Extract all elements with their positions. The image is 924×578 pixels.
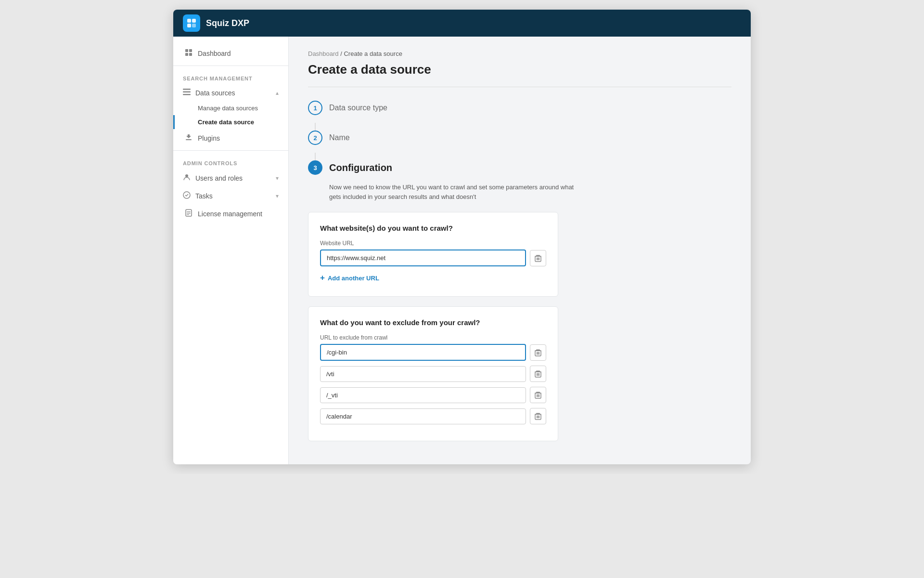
step-2: 2 Name — [308, 131, 732, 145]
step-1: 1 Data source type — [308, 101, 732, 115]
tasks-label: Tasks — [195, 192, 213, 200]
svg-rect-19 — [537, 257, 538, 260]
manage-data-sources-label: Manage data sources — [198, 105, 258, 112]
step-1-circle: 1 — [308, 101, 322, 115]
exclude-url-input-3[interactable] — [320, 408, 526, 424]
sidebar-item-license[interactable]: License management — [173, 205, 288, 223]
exclude-card-title: What do you want to exclude from your cr… — [320, 318, 546, 327]
step-connector-2 — [315, 153, 316, 160]
exclude-url-delete-button-3[interactable] — [530, 408, 546, 424]
trash-icon-3 — [535, 412, 541, 420]
step-3-label: Configuration — [329, 162, 392, 173]
trash-icon — [535, 254, 541, 262]
step-2-label: Name — [329, 133, 350, 142]
svg-rect-4 — [185, 49, 188, 52]
svg-rect-37 — [537, 394, 538, 397]
step-2-circle: 2 — [308, 131, 322, 145]
svg-rect-46 — [536, 413, 540, 414]
svg-rect-8 — [183, 89, 191, 90]
svg-rect-41 — [535, 393, 541, 394]
step-connector-1 — [315, 123, 316, 131]
sidebar-item-data-sources[interactable]: Data sources ▴ — [173, 84, 288, 101]
svg-rect-9 — [183, 92, 191, 93]
sidebar: Dashboard SEARCH MANAGEMENT Data sources — [173, 37, 289, 464]
tasks-chevron-icon: ▾ — [276, 193, 279, 199]
svg-rect-33 — [539, 373, 540, 376]
sidebar-item-dashboard[interactable]: Dashboard — [173, 44, 288, 63]
exclude-card: What do you want to exclude from your cr… — [308, 306, 558, 441]
step-3: 3 Configuration — [308, 160, 732, 175]
sidebar-divider — [173, 66, 288, 66]
svg-rect-29 — [535, 350, 541, 351]
svg-rect-3 — [192, 24, 196, 27]
svg-rect-43 — [537, 416, 538, 419]
svg-rect-16 — [187, 213, 191, 213]
exclude-url-input-0[interactable] — [320, 344, 526, 361]
section-label-admin: ADMIN CONTROLS — [173, 154, 288, 169]
data-sources-label: Data sources — [195, 89, 235, 97]
svg-rect-6 — [185, 53, 188, 56]
trash-icon-0 — [535, 349, 541, 356]
app-window: Squiz DXP Dashboard SEARCH MANAGEMENT — [173, 10, 751, 464]
sidebar-sub-item-manage[interactable]: Manage data sources — [173, 101, 288, 115]
svg-rect-27 — [539, 352, 540, 355]
exclude-url-delete-button-2[interactable] — [530, 387, 546, 403]
svg-rect-47 — [535, 414, 541, 415]
svg-rect-40 — [536, 392, 540, 393]
svg-rect-26 — [538, 352, 539, 355]
add-another-url-button[interactable]: + Add another URL — [320, 271, 379, 285]
main-layout: Dashboard SEARCH MANAGEMENT Data sources — [173, 37, 751, 464]
breadcrumb-current: Create a data source — [344, 50, 402, 57]
exclude-url-input-2[interactable] — [320, 387, 526, 403]
main-content: Dashboard / Create a data source Create … — [289, 37, 751, 464]
exclude-url-row-3 — [320, 408, 546, 424]
page-title: Create a data source — [308, 62, 732, 77]
website-card: What website(s) do you want to crawl? We… — [308, 212, 558, 297]
users-roles-icon — [183, 173, 191, 183]
svg-rect-5 — [189, 49, 192, 52]
data-sources-icon — [183, 89, 191, 97]
app-title: Squiz DXP — [206, 18, 249, 28]
dashboard-icon — [184, 49, 193, 58]
sidebar-item-users-roles[interactable]: Users and roles ▾ — [173, 169, 288, 187]
app-logo — [183, 14, 200, 32]
create-data-source-label: Create data source — [198, 118, 254, 126]
section-label-search: SEARCH MANAGEMENT — [173, 69, 288, 84]
trash-icon-2 — [535, 391, 541, 399]
svg-rect-2 — [187, 24, 191, 27]
svg-rect-22 — [536, 255, 540, 256]
website-url-input[interactable] — [320, 250, 526, 266]
svg-point-12 — [185, 174, 188, 177]
tasks-icon — [183, 191, 191, 200]
plugins-label: Plugins — [198, 134, 220, 142]
trash-icon-1 — [535, 370, 541, 378]
breadcrumb-dashboard[interactable]: Dashboard — [308, 50, 339, 57]
svg-rect-35 — [535, 372, 541, 372]
svg-rect-25 — [537, 352, 538, 355]
website-url-delete-button[interactable] — [530, 250, 546, 266]
svg-rect-11 — [186, 139, 192, 140]
sidebar-item-tasks[interactable]: Tasks ▾ — [173, 187, 288, 205]
add-url-label: Add another URL — [328, 275, 379, 282]
exclude-url-input-1[interactable] — [320, 366, 526, 382]
plugins-icon — [184, 133, 193, 143]
breadcrumb: Dashboard / Create a data source — [308, 50, 732, 57]
exclude-url-label: URL to exclude from crawl — [320, 334, 546, 341]
svg-rect-23 — [535, 256, 541, 256]
exclude-url-delete-button-1[interactable] — [530, 366, 546, 382]
svg-rect-31 — [537, 373, 538, 376]
svg-rect-21 — [539, 257, 540, 260]
license-label: License management — [198, 210, 262, 218]
users-roles-label: Users and roles — [195, 174, 243, 182]
svg-rect-28 — [536, 349, 540, 350]
sidebar-divider-2 — [173, 150, 288, 151]
dashboard-label: Dashboard — [198, 50, 231, 57]
svg-rect-10 — [183, 94, 191, 95]
svg-rect-20 — [538, 257, 539, 260]
sidebar-item-plugins[interactable]: Plugins — [173, 129, 288, 147]
svg-rect-45 — [539, 416, 540, 419]
title-divider — [308, 87, 732, 87]
sidebar-sub-item-create[interactable]: Create data source — [173, 115, 288, 129]
exclude-url-delete-button-0[interactable] — [530, 344, 546, 361]
svg-rect-7 — [189, 53, 192, 56]
